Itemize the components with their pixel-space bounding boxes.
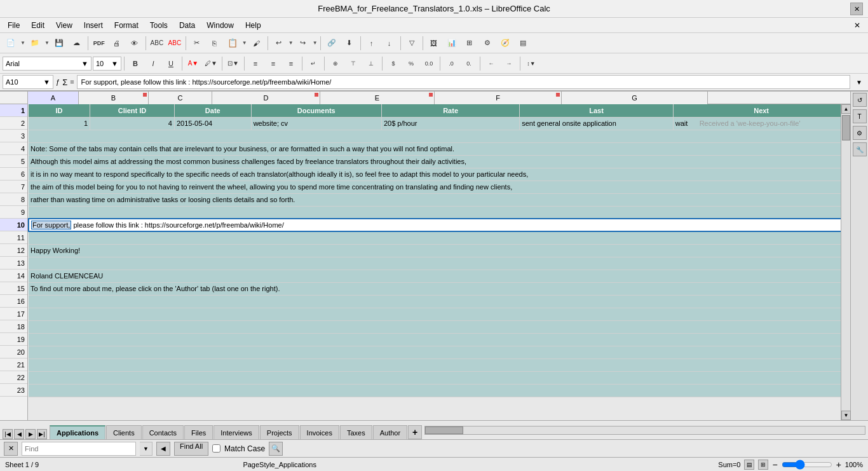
- font-size-dropdown-icon[interactable]: ▼: [111, 60, 118, 67]
- row-num-13[interactable]: 13: [0, 257, 27, 270]
- underline-btn[interactable]: U: [163, 55, 179, 72]
- redo-dropdown[interactable]: ▼: [313, 40, 318, 46]
- dec-btn[interactable]: .0: [443, 55, 459, 72]
- row-num-9[interactable]: 9: [0, 206, 27, 219]
- currency-btn[interactable]: $: [385, 55, 402, 72]
- find-all-btn[interactable]: Find All: [174, 442, 208, 456]
- paste-btn[interactable]: 📋: [224, 35, 241, 51]
- menu-edit[interactable]: Edit: [26, 20, 50, 31]
- valign-top-btn[interactable]: ⊤: [345, 55, 362, 72]
- sort-asc-btn[interactable]: ↑: [363, 35, 380, 51]
- valign-mid-btn[interactable]: ⊥: [363, 55, 379, 72]
- col-header-b[interactable]: B: [79, 92, 149, 104]
- cell-a19[interactable]: [29, 333, 850, 346]
- sort-desc-btn[interactable]: ↓: [381, 35, 398, 51]
- cell-g2[interactable]: wait Received a 'we-keep-you-on-file': [673, 117, 850, 130]
- cell-e1[interactable]: Rate: [381, 104, 519, 117]
- menu-window[interactable]: Window: [201, 20, 239, 31]
- row-num-6[interactable]: 6: [0, 168, 27, 181]
- view-normal-btn[interactable]: ▤: [744, 460, 754, 470]
- tab-applications[interactable]: Applications: [50, 425, 105, 439]
- tab-projects[interactable]: Projects: [260, 425, 299, 439]
- indent-dec-btn[interactable]: ←: [483, 55, 499, 72]
- save-remote-btn[interactable]: ☁: [69, 35, 85, 51]
- cell-a13[interactable]: [29, 257, 850, 270]
- cell-a1[interactable]: ID: [29, 104, 90, 117]
- row-num-18[interactable]: 18: [0, 320, 27, 333]
- number-format-btn[interactable]: 0.0: [421, 55, 437, 72]
- cell-a6[interactable]: it is in no way meant to respond specifi…: [29, 168, 850, 181]
- open-dropdown[interactable]: ▼: [44, 40, 50, 46]
- align-center-btn[interactable]: ≡: [265, 55, 281, 72]
- row-num-10[interactable]: 10: [0, 219, 27, 231]
- tab-interviews[interactable]: Interviews: [214, 425, 259, 439]
- cell-a12[interactable]: Happy Working!: [29, 244, 850, 257]
- chart-btn[interactable]: 📊: [444, 35, 460, 51]
- autospell-btn[interactable]: ABC: [166, 35, 183, 51]
- cell-a8[interactable]: rather than wasting time on administrati…: [29, 193, 850, 206]
- name-box-dropdown-icon[interactable]: ▼: [43, 78, 50, 86]
- sort-btn[interactable]: ⬇: [341, 35, 358, 51]
- open-btn[interactable]: 📁: [27, 35, 43, 51]
- highlight-btn[interactable]: 🖊▼: [203, 55, 219, 72]
- cell-a4[interactable]: Note: Some of the tabs may contain cells…: [29, 142, 850, 155]
- align-left-btn[interactable]: ≡: [247, 55, 264, 72]
- new-dropdown[interactable]: ▼: [20, 40, 25, 46]
- cell-a11[interactable]: [29, 231, 850, 244]
- row-num-7[interactable]: 7: [0, 181, 27, 193]
- cell-a10-link[interactable]: please follow this link : https://source…: [73, 221, 283, 229]
- add-sheet-button[interactable]: +: [408, 425, 422, 439]
- col-header-d[interactable]: D: [212, 92, 320, 104]
- close-button[interactable]: ✕: [850, 3, 863, 15]
- col-header-c[interactable]: C: [149, 92, 212, 104]
- grid[interactable]: ID Client ID Date Documents Rate Last Ne…: [28, 104, 850, 420]
- cell-f1[interactable]: Last: [520, 104, 673, 117]
- align-right-btn[interactable]: ≡: [283, 55, 299, 72]
- row-num-11[interactable]: 11: [0, 231, 27, 244]
- sheet-next-btn[interactable]: ▶: [25, 429, 36, 439]
- view-page-btn[interactable]: ⊞: [758, 460, 768, 470]
- row-num-17[interactable]: 17: [0, 308, 27, 320]
- row-num-19[interactable]: 19: [0, 333, 27, 346]
- cell-b2[interactable]: 4: [90, 117, 175, 130]
- sidebar-btn-1[interactable]: ↺: [853, 93, 867, 107]
- cell-d1[interactable]: Documents: [251, 104, 381, 117]
- merge-btn[interactable]: ⊕: [327, 55, 344, 72]
- tab-files[interactable]: Files: [184, 425, 213, 439]
- row-num-1[interactable]: 1: [0, 104, 27, 117]
- row-num-16[interactable]: 16: [0, 295, 27, 308]
- cell-d2[interactable]: website; cv: [251, 117, 381, 130]
- hyperlink-btn[interactable]: 🔗: [323, 35, 340, 51]
- cell-b1[interactable]: Client ID: [90, 104, 175, 117]
- menu-tools[interactable]: Tools: [145, 20, 173, 31]
- font-size-box[interactable]: 10 ▼: [93, 57, 121, 71]
- find-search-icon[interactable]: 🔍: [269, 442, 283, 456]
- row-num-8[interactable]: 8: [0, 193, 27, 206]
- cell-a14[interactable]: Roland CLEMENCEAU: [29, 270, 850, 282]
- find-prev-btn[interactable]: ◀: [156, 442, 170, 456]
- row-num-21[interactable]: 21: [0, 358, 27, 371]
- zoom-out-btn[interactable]: −: [772, 460, 777, 470]
- row-num-3[interactable]: 3: [0, 130, 27, 142]
- print-preview-btn[interactable]: 👁: [126, 35, 143, 51]
- menu-format[interactable]: Format: [109, 20, 144, 31]
- row-num-2[interactable]: 2: [0, 117, 27, 130]
- row-num-22[interactable]: 22: [0, 371, 27, 384]
- sheet-last-btn[interactable]: ▶|: [37, 429, 47, 439]
- cell-f2[interactable]: sent general onsite application: [520, 117, 673, 130]
- col-header-e[interactable]: E: [320, 92, 435, 104]
- col-header-a[interactable]: A: [28, 92, 79, 104]
- macro-btn[interactable]: ⚙: [479, 35, 496, 51]
- menu-data[interactable]: Data: [174, 20, 200, 31]
- cell-a23[interactable]: [29, 384, 850, 397]
- sidebar-btn-3[interactable]: ⚙: [853, 126, 867, 140]
- vscroll-up-btn[interactable]: ▲: [841, 104, 851, 114]
- menu-file[interactable]: File: [3, 20, 25, 31]
- tab-invoices[interactable]: Invoices: [300, 425, 339, 439]
- redo-btn[interactable]: ↪: [295, 35, 311, 51]
- menu-insert[interactable]: Insert: [79, 20, 108, 31]
- new-btn[interactable]: 📄: [3, 35, 19, 51]
- formula-sigma-icon[interactable]: Σ: [62, 78, 67, 87]
- vscroll-thumb[interactable]: [842, 115, 850, 140]
- sidebar-btn[interactable]: ▤: [515, 35, 531, 51]
